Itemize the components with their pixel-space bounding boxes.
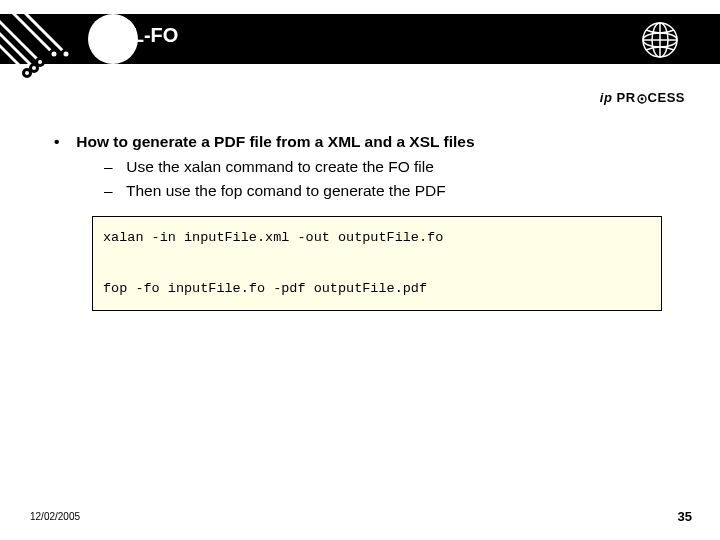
svg-point-6 (31, 65, 38, 72)
sub-bullet-text: Then use the fop comand to generate the … (126, 182, 446, 199)
sub-bullet-text: Use the xalan command to create the FO f… (126, 158, 434, 175)
main-bullet-text: How to generate a PDF file from a XML an… (76, 133, 474, 150)
brand-logo: ip PRCESS (600, 90, 685, 105)
svg-point-17 (640, 97, 643, 100)
footer-date: 12/02/2005 (30, 511, 80, 522)
slide-title: XSL-FO (105, 24, 178, 47)
header-curve-mask (0, 14, 88, 64)
globe-logo-icon (638, 18, 682, 62)
sub-bullet: Use the xalan command to create the FO f… (104, 155, 672, 178)
sub-bullet: Then use the fop comand to generate the … (104, 179, 672, 202)
svg-point-9 (24, 70, 31, 77)
footer-page-number: 35 (678, 509, 692, 524)
gear-icon (637, 94, 647, 104)
main-bullet: How to generate a PDF file from a XML an… (52, 130, 672, 153)
code-block: xalan -in inputFile.xml -out outputFile.… (92, 216, 662, 311)
slide-content: How to generate a PDF file from a XML an… (52, 130, 672, 311)
